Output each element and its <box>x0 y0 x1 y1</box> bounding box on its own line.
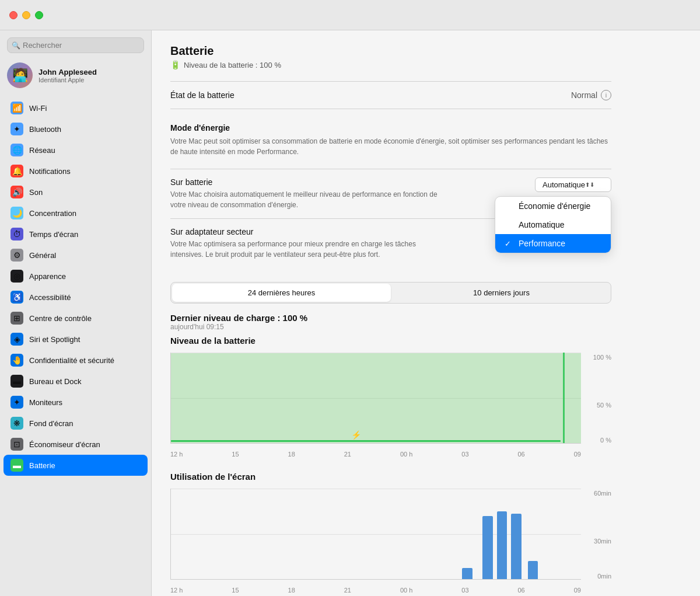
screen-x-labels: 12 h 15 18 21 00 h 03 06 09 <box>170 587 581 594</box>
siri-icon: ◈ <box>10 333 23 346</box>
search-wrapper: 🔍 <box>7 37 144 53</box>
sidebar-item-accessibilite[interactable]: ♿Accessibilité <box>4 287 148 308</box>
sidebar-label-concentration: Concentration <box>29 209 76 218</box>
sidebar-item-confidentialite[interactable]: 🤚Confidentialité et sécurité <box>4 350 148 371</box>
y-label-100: 100 % <box>593 354 611 361</box>
sidebar-label-temps-ecran: Temps d'écran <box>29 230 78 239</box>
sidebar-item-centre-controle[interactable]: ⊞Centre de contrôle <box>4 308 148 329</box>
sidebar-item-moniteurs[interactable]: ✦Moniteurs <box>4 392 148 413</box>
bluetooth-icon: ✦ <box>10 123 23 135</box>
y-label-50: 50 % <box>597 402 611 409</box>
accessibilite-icon: ♿ <box>10 291 23 304</box>
sidebar-item-temps-ecran[interactable]: ⏱Temps d'écran <box>4 224 148 245</box>
charge-indicator <box>563 353 565 443</box>
screen-y-30: 30min <box>594 538 611 545</box>
sidebar-item-fond-ecran[interactable]: ❋Fond d'écran <box>4 413 148 434</box>
sidebar-item-economiseur[interactable]: ⊡Économiseur d'écran <box>4 434 148 455</box>
sidebar-item-notifications[interactable]: 🔔Notifications <box>4 161 148 182</box>
sidebar-item-bluetooth[interactable]: ✦Bluetooth <box>4 118 148 140</box>
user-info: John Appleseed Identifiant Apple <box>38 68 97 83</box>
temps-ecran-icon: ⏱ <box>10 228 23 241</box>
x-label-21: 21 <box>344 451 351 458</box>
battery-subtitle: 🔋 Niveau de la batterie : 100 % <box>170 60 611 69</box>
search-input[interactable] <box>7 37 144 53</box>
sidebar-label-apparence: Apparence <box>29 272 66 281</box>
battery-fill <box>171 353 581 443</box>
sidebar-label-batterie: Batterie <box>29 461 55 470</box>
minimize-button[interactable] <box>22 11 30 19</box>
screen-bar-1 <box>482 516 493 580</box>
tab-10j[interactable]: 10 derniers jours <box>392 283 611 303</box>
titlebar <box>0 0 700 30</box>
screen-bar-3 <box>511 514 522 579</box>
batterie-icon: ▬ <box>10 459 23 472</box>
sidebar-item-bureau-dock[interactable]: ▬Bureau et Dock <box>4 371 148 392</box>
sidebar-item-concentration[interactable]: 🌙Concentration <box>4 203 148 224</box>
sx-label-15: 15 <box>232 587 239 594</box>
charge-time: aujourd'hui 09:15 <box>170 323 611 331</box>
screen-y-60: 60min <box>594 490 611 497</box>
sidebar-item-apparence[interactable]: ◎Apparence <box>4 266 148 287</box>
x-labels: 12 h 15 18 21 00 h 03 06 09 <box>170 451 581 458</box>
sidebar-label-wifi: Wi-Fi <box>29 104 47 113</box>
sur-batterie-row: Sur batterie Votre Mac choisira automati… <box>170 169 611 218</box>
sidebar-label-notifications: Notifications <box>29 167 71 176</box>
sidebar-item-reseau[interactable]: 🌐Réseau <box>4 140 148 161</box>
sx-label-21: 21 <box>344 587 351 594</box>
close-button[interactable] <box>9 11 18 19</box>
sidebar-label-fond-ecran: Fond d'écran <box>29 419 73 428</box>
x-label-00h: 00 h <box>400 451 412 458</box>
moniteurs-icon: ✦ <box>10 396 23 409</box>
screen-grid-top <box>171 489 581 489</box>
sidebar-item-wifi[interactable]: 📶Wi-Fi <box>4 97 148 118</box>
dropdown-item-automatique[interactable]: Automatique <box>495 215 611 234</box>
sur-batterie-left: Sur batterie Votre Mac choisira automati… <box>170 177 535 210</box>
sidebar-item-general[interactable]: ⚙Général <box>4 245 148 266</box>
charge-level: Dernier niveau de charge : 100 % <box>170 313 611 323</box>
battery-title: Batterie <box>170 44 214 58</box>
wifi-icon: 📶 <box>10 102 23 114</box>
user-profile[interactable]: 🧑‍💻 John Appleseed Identifiant Apple <box>0 58 151 95</box>
notifications-icon: 🔔 <box>10 165 23 177</box>
sidebar-label-moniteurs: Moniteurs <box>29 398 62 407</box>
battery-header: Batterie <box>170 44 611 58</box>
battery-line <box>171 440 561 442</box>
dropdown-item-performance[interactable]: ✓ Performance <box>495 234 611 253</box>
battery-chart: ⚡ 100 % 50 % 0 % 12 h 15 18 21 00 h 03 0… <box>170 353 611 458</box>
avatar: 🧑‍💻 <box>7 62 33 88</box>
time-tabs: 24 dernières heures 10 derniers jours <box>170 282 611 304</box>
dropdown-arrow-icon: ⬆⬇ <box>585 182 594 188</box>
economiseur-icon: ⊡ <box>10 438 23 451</box>
x-label-18: 18 <box>288 451 295 458</box>
sidebar-label-bureau-dock: Bureau et Dock <box>29 377 82 386</box>
screen-chart-area <box>170 489 581 580</box>
sur-batterie-right: Automatique ⬆⬇ Économie d'énergie Automa… <box>535 177 611 192</box>
sur-batterie-dropdown[interactable]: Automatique ⬆⬇ <box>535 177 611 192</box>
bureau-dock-icon: ▬ <box>10 375 23 388</box>
tab-24h[interactable]: 24 dernières heures <box>172 284 391 302</box>
dropdown-item-economie[interactable]: Économie d'énergie <box>495 197 611 215</box>
user-subtitle: Identifiant Apple <box>38 76 97 83</box>
sidebar-item-son[interactable]: 🔊Son <box>4 182 148 203</box>
sur-batterie-desc: Votre Mac choisira automatiquement le me… <box>170 189 450 210</box>
screen-bar-small <box>462 568 473 579</box>
fond-ecran-icon: ❋ <box>10 417 23 430</box>
maximize-button[interactable] <box>35 11 43 19</box>
sidebar-item-batterie[interactable]: ▬Batterie <box>4 455 148 476</box>
son-icon: 🔊 <box>10 186 23 198</box>
etat-label: État de la batterie <box>170 90 235 100</box>
concentration-icon: 🌙 <box>10 207 23 219</box>
general-icon: ⚙ <box>10 249 23 262</box>
apparence-icon: ◎ <box>10 270 23 283</box>
y-label-0: 0 % <box>600 437 611 444</box>
sidebar: 🔍 🧑‍💻 John Appleseed Identifiant Apple 📶… <box>0 30 152 596</box>
search-icon: 🔍 <box>12 41 20 50</box>
sidebar-label-bluetooth: Bluetooth <box>29 125 61 134</box>
charge-info: Dernier niveau de charge : 100 % aujourd… <box>170 313 611 331</box>
sx-label-18: 18 <box>288 587 295 594</box>
info-icon[interactable]: i <box>601 90 611 100</box>
status-value: Normal i <box>571 90 611 100</box>
sidebar-item-siri[interactable]: ◈Siri et Spotlight <box>4 329 148 350</box>
centre-controle-icon: ⊞ <box>10 312 23 325</box>
x-label-09: 09 <box>574 451 581 458</box>
